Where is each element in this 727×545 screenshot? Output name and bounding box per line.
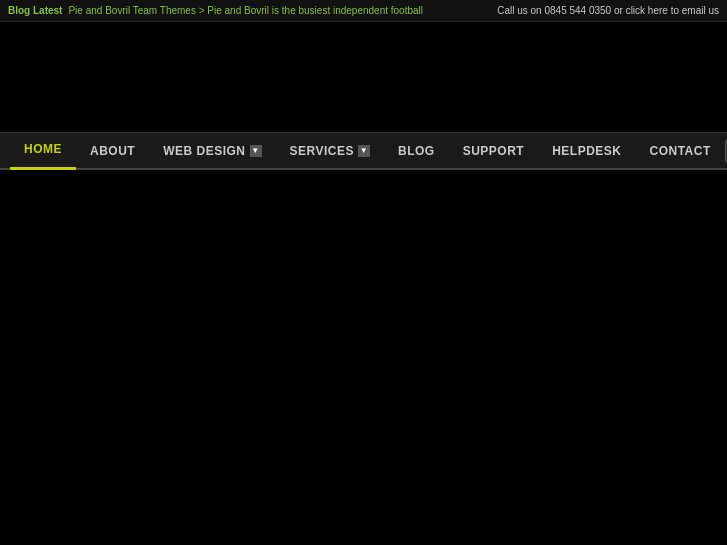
navbar: HOME ABOUT WEB DESIGN ▼ SERVICES ▼ BLOG … — [0, 132, 727, 170]
nav-item-support[interactable]: SUPPORT — [449, 132, 539, 170]
services-dropdown-icon: ▼ — [358, 145, 370, 157]
nav-item-web-design[interactable]: WEB DESIGN ▼ — [149, 132, 275, 170]
top-bar-contact: Call us on 0845 544 0350 or click here t… — [497, 5, 719, 16]
nav-item-blog[interactable]: BLOG — [384, 132, 449, 170]
nav-item-services[interactable]: SERVICES ▼ — [276, 132, 384, 170]
nav-item-helpdesk[interactable]: HELPDESK — [538, 132, 635, 170]
blog-latest-text: Pie and Bovril Team Themes > Pie and Bov… — [68, 5, 423, 16]
contact-text: Call us on 0845 544 0350 or click here t… — [497, 5, 719, 16]
main-content — [0, 170, 727, 545]
nav-items: HOME ABOUT WEB DESIGN ▼ SERVICES ▼ BLOG … — [10, 132, 725, 170]
hero-area — [0, 22, 727, 132]
top-bar-left: Blog Latest Pie and Bovril Team Themes >… — [8, 5, 423, 16]
nav-item-contact[interactable]: CONTACT — [636, 132, 725, 170]
nav-item-home[interactable]: HOME — [10, 132, 76, 170]
top-bar: Blog Latest Pie and Bovril Team Themes >… — [0, 0, 727, 22]
web-design-dropdown-icon: ▼ — [250, 145, 262, 157]
blog-latest-label: Blog Latest — [8, 5, 62, 16]
nav-item-about[interactable]: ABOUT — [76, 132, 149, 170]
